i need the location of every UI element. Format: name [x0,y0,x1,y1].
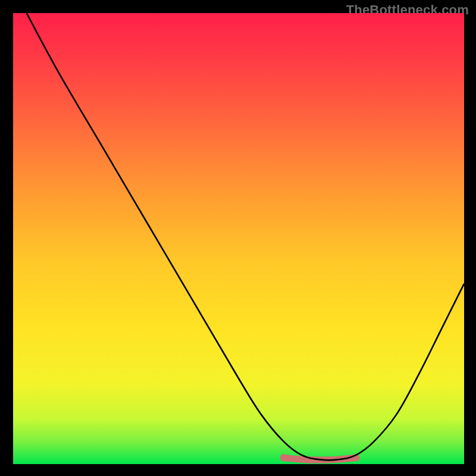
chart-svg [13,13,464,464]
plot-area [13,13,464,464]
marker-dot-left [280,454,287,461]
chart-container: TheBottleneck.com [0,0,476,476]
gradient-background [13,13,464,464]
